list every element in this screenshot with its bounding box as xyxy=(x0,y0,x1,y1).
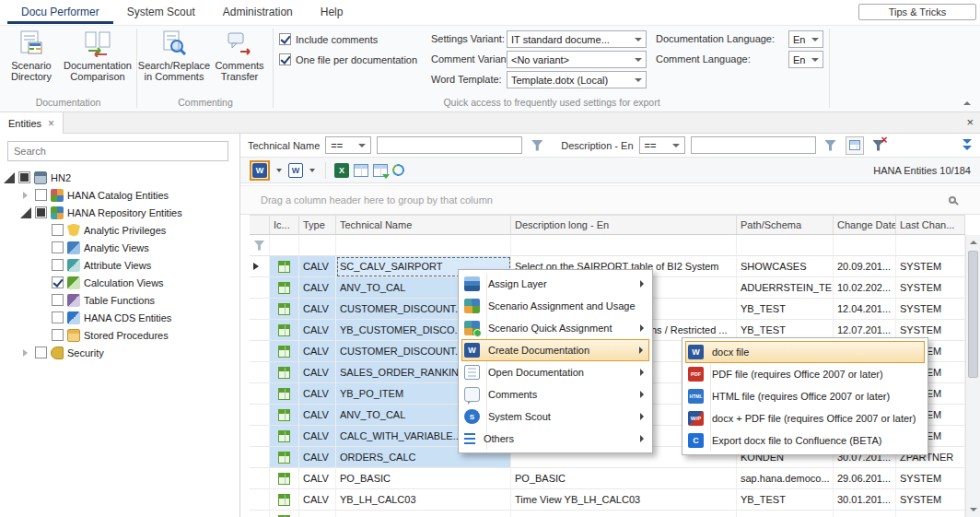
checkbox-analytic-views[interactable] xyxy=(52,241,64,253)
search-replace-comments-button[interactable]: Search/Replace in Comments xyxy=(139,28,209,94)
cell-type[interactable]: CALV xyxy=(299,489,336,511)
cell-icon[interactable] xyxy=(270,426,299,447)
cell-path[interactable] xyxy=(737,511,834,517)
scenario-directory-button[interactable]: Scenario Directory xyxy=(2,28,61,94)
search-input[interactable] xyxy=(7,141,228,161)
menu-administration[interactable]: Administration xyxy=(209,2,307,24)
scrollbar-thumb[interactable] xyxy=(968,251,978,378)
submenu-item-html-file-requires-office-2007-or-later[interactable]: HTML file (requires Office 2007 or later… xyxy=(685,385,925,407)
include-comments-checkbox[interactable] xyxy=(279,33,291,45)
filter-cell[interactable] xyxy=(511,235,737,256)
tree-item-stored-procedures[interactable]: Stored Procedures xyxy=(0,326,239,344)
column-header-description-long-en[interactable]: Description long - En xyxy=(511,216,737,234)
description-filter-icon[interactable] xyxy=(822,136,840,155)
row-indicator-cell[interactable] xyxy=(250,426,270,447)
cell-type[interactable]: CALV xyxy=(299,468,336,489)
checkbox-analytic-privileges[interactable] xyxy=(52,224,64,236)
documentation-comparison-button[interactable]: Documentation Comparison xyxy=(62,28,134,94)
cell-technical-name[interactable] xyxy=(336,511,511,517)
comments-transfer-button[interactable]: Comments Transfer xyxy=(211,28,268,94)
column-header-ic[interactable]: Ic... xyxy=(270,216,299,234)
tree-item-analytic-privileges[interactable]: Analytic Privileges xyxy=(0,221,239,239)
cell-type[interactable]: CALV xyxy=(299,256,336,277)
tab-entities[interactable]: Entities × xyxy=(0,112,64,134)
cell-path[interactable]: SHOWCASES xyxy=(737,256,834,277)
checkbox-hana-cds-entities[interactable] xyxy=(52,311,64,323)
cell-change-date[interactable]: 10.02.202... xyxy=(834,277,896,299)
checkbox-security[interactable] xyxy=(35,347,47,358)
tree-item-hana-catalog-entities[interactable]: HANA Catalog Entities xyxy=(0,186,239,204)
row-indicator-cell[interactable] xyxy=(250,468,270,489)
context-menu-item-assign-layer[interactable]: Assign Layer xyxy=(461,273,649,295)
cell-last-changed[interactable]: SYSTEM xyxy=(896,299,965,320)
submenu-item-docx-file[interactable]: docx file xyxy=(685,341,925,363)
menu-docu-performer[interactable]: Docu Performer xyxy=(7,2,113,24)
cell-icon[interactable] xyxy=(270,256,299,277)
scroll-up-icon[interactable] xyxy=(966,235,980,250)
checkbox-calculation-views[interactable] xyxy=(52,276,64,288)
group-by-bar[interactable]: Drag a column header here to group by th… xyxy=(240,185,980,215)
cell-last-changed[interactable]: SYSTEM xyxy=(896,489,965,511)
row-indicator-cell[interactable] xyxy=(250,320,270,341)
cell-type[interactable]: CALV xyxy=(299,405,336,426)
context-menu-item-system-scout[interactable]: System Scout xyxy=(461,405,649,428)
open-documentation-button[interactable] xyxy=(288,163,303,178)
filter-cell[interactable] xyxy=(299,235,336,256)
auto-filter-cell[interactable] xyxy=(250,235,270,256)
filter-cell[interactable] xyxy=(336,235,511,256)
column-header-path-schema[interactable]: Path/Schema xyxy=(737,216,834,234)
technical-name-filter-edit-icon[interactable] xyxy=(528,136,546,155)
grid-view-button[interactable] xyxy=(354,164,368,177)
context-menu-item-comments[interactable]: Comments xyxy=(461,383,649,405)
cell-type[interactable]: CALV xyxy=(299,362,336,383)
cell-description[interactable]: Time View YB_LH_CALC03 xyxy=(511,489,737,511)
column-header-technical-name[interactable]: Technical Name xyxy=(336,216,511,234)
cell-path[interactable]: YB_TEST xyxy=(737,299,834,320)
vertical-scrollbar[interactable] xyxy=(965,235,980,517)
cell-icon[interactable] xyxy=(270,299,299,320)
one-file-per-documentation-checkbox[interactable] xyxy=(279,53,291,65)
cell-change-date[interactable]: 20.09.201... xyxy=(834,256,896,277)
cell-last-changed[interactable]: SYSTEM xyxy=(896,468,965,489)
expander-icon[interactable] xyxy=(20,207,31,218)
cell-icon[interactable] xyxy=(270,320,299,341)
row-indicator-cell[interactable] xyxy=(250,362,270,383)
search-icon[interactable] xyxy=(949,196,956,204)
ribbon-collapse-icon[interactable] xyxy=(962,100,973,109)
clear-filter-button[interactable] xyxy=(869,136,888,155)
column-header-type[interactable]: Type xyxy=(299,216,336,234)
cell-icon[interactable] xyxy=(270,405,299,426)
tree-item-hana-repository-entities[interactable]: HANA Repository Entities xyxy=(0,204,239,221)
filter-cell[interactable] xyxy=(834,235,896,256)
row-indicator-cell[interactable] xyxy=(250,511,270,517)
open-doc-dropdown-caret-icon[interactable] xyxy=(309,169,315,172)
excel-export-button[interactable] xyxy=(334,163,349,178)
filter-editor-button[interactable] xyxy=(846,136,864,155)
cell-change-date[interactable]: 30.01.201... xyxy=(834,489,896,511)
tree-item-table-functions[interactable]: Table Functions xyxy=(0,291,239,309)
tree-item-attribute-views[interactable]: Attribute Views xyxy=(0,256,239,274)
context-menu-item-scenario-assignment-and-usage[interactable]: Scenario Assignment and Usage xyxy=(461,295,649,317)
table-row[interactable]: CALVYB_LH_CALC03Time View YB_LH_CALC03YB… xyxy=(250,489,965,511)
row-indicator-cell[interactable] xyxy=(250,383,270,405)
comment-language-select[interactable]: En xyxy=(788,51,823,68)
include-comments-checkbox-row[interactable]: Include comments xyxy=(279,33,378,45)
cell-icon[interactable] xyxy=(270,277,299,299)
technical-name-filter-input[interactable] xyxy=(377,136,522,154)
grid-export-button[interactable] xyxy=(373,164,388,177)
cell-change-date[interactable]: 29.06.201... xyxy=(834,468,896,489)
filter-cell[interactable] xyxy=(896,235,965,256)
submenu-item-docx-pdf-file-requires-office-2007-or-later[interactable]: docx + PDF file (requires Office 2007 or… xyxy=(685,407,925,429)
cell-icon[interactable] xyxy=(270,383,299,405)
cell-last-changed[interactable]: SYSTEM xyxy=(896,277,965,299)
row-indicator-cell[interactable] xyxy=(250,447,270,468)
cell-change-date[interactable] xyxy=(834,511,896,517)
checkbox-attribute-views[interactable] xyxy=(52,259,64,271)
scroll-down-icon[interactable] xyxy=(966,502,980,517)
cell-icon[interactable] xyxy=(270,362,299,383)
tree-item-hana-cds-entities[interactable]: HANA CDS Entities xyxy=(0,309,239,326)
cell-technical-name[interactable]: PO_BASIC xyxy=(336,468,511,489)
row-indicator-cell[interactable] xyxy=(250,299,270,320)
checkbox-hana-repository-entities[interactable] xyxy=(35,206,47,218)
cell-description[interactable]: PO_BASIC xyxy=(511,468,737,489)
